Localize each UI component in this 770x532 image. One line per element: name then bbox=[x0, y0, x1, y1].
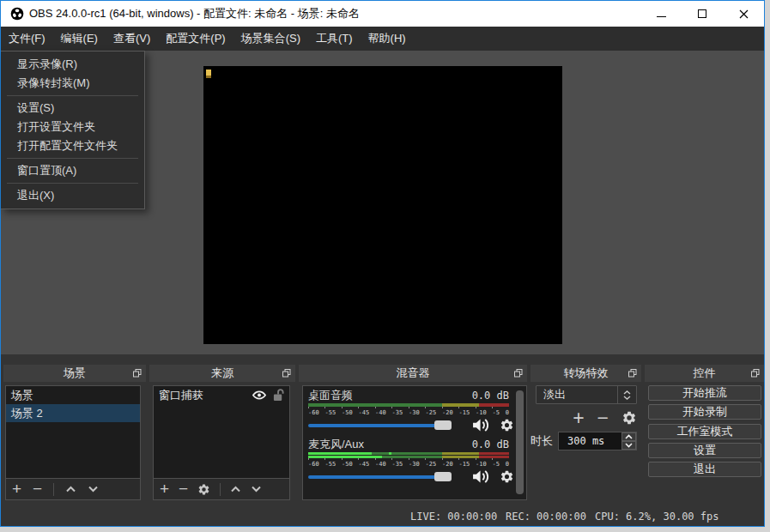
menu-file[interactable]: 文件(F) bbox=[1, 27, 53, 51]
combo-arrows bbox=[617, 386, 636, 403]
source-properties-gear-button[interactable] bbox=[197, 483, 210, 496]
transitions-dock-header: 转场特效 bbox=[531, 365, 641, 382]
duration-value: 300 ms bbox=[567, 432, 604, 450]
volume-slider-handle[interactable] bbox=[434, 420, 452, 430]
channel-level-db: 0.0 dB bbox=[472, 438, 509, 450]
start-recording-button[interactable]: 开始录制 bbox=[648, 404, 761, 420]
transition-duration-row: 时长 300 ms bbox=[531, 432, 637, 450]
channel-settings-gear-button[interactable] bbox=[500, 418, 514, 432]
sources-panel: 窗口捕获 + − bbox=[153, 385, 290, 500]
exit-button[interactable]: 退出 bbox=[648, 462, 761, 477]
status-rec-time: REC: 00:00:00 bbox=[506, 511, 586, 523]
mixer-channel-mic-aux: 麦克风/Aux 0.0 dB -60-55-50-45-40-35-30-25-… bbox=[308, 438, 521, 484]
menu-separator bbox=[7, 183, 138, 184]
undock-icon[interactable] bbox=[133, 369, 142, 378]
menubar: 文件(F) 编辑(E) 查看(V) 配置文件(P) 场景集合(S) 工具(T) … bbox=[1, 27, 764, 51]
channel-settings-gear-button[interactable] bbox=[500, 469, 514, 484]
menu-item-show-settings-folder[interactable]: 打开设置文件夹 bbox=[1, 118, 144, 136]
menu-scene-collection[interactable]: 场景集合(S) bbox=[233, 27, 308, 51]
window-title: OBS 24.0.0-rc1 (64-bit, windows) - 配置文件:… bbox=[29, 1, 360, 27]
chevron-up-icon bbox=[625, 434, 633, 439]
sources-list: 窗口捕获 bbox=[154, 386, 289, 478]
scene-list-item[interactable]: 场景 2 bbox=[6, 404, 140, 422]
add-scene-button[interactable]: + bbox=[12, 480, 21, 499]
add-transition-button[interactable]: + bbox=[573, 409, 584, 426]
channel-level-db: 0.0 dB bbox=[472, 390, 509, 402]
menu-help[interactable]: 帮助(H) bbox=[361, 27, 414, 51]
menu-item-always-on-top[interactable]: 窗口置顶(A) bbox=[1, 161, 144, 180]
undock-icon[interactable] bbox=[282, 369, 291, 378]
video-preview-canvas[interactable] bbox=[203, 66, 562, 344]
source-list-item[interactable]: 窗口捕获 bbox=[154, 386, 289, 404]
obs-main-window: OBS 24.0.0-rc1 (64-bit, windows) - 配置文件:… bbox=[0, 0, 765, 527]
duration-spinbox[interactable]: 300 ms bbox=[558, 432, 637, 450]
volume-slider[interactable] bbox=[308, 471, 464, 482]
menu-view[interactable]: 查看(V) bbox=[106, 27, 158, 51]
duration-label: 时长 bbox=[531, 433, 553, 449]
start-streaming-button[interactable]: 开始推流 bbox=[648, 385, 761, 401]
transition-selected-value: 淡出 bbox=[537, 387, 617, 402]
toolbar-separator bbox=[220, 483, 221, 496]
menu-profile[interactable]: 配置文件(P) bbox=[158, 27, 233, 51]
source-visibility-eye-icon[interactable] bbox=[252, 390, 267, 400]
source-unlocked-icon[interactable] bbox=[273, 389, 284, 402]
scenes-toolbar: + − bbox=[6, 478, 140, 499]
scenes-dock-title: 场景 bbox=[64, 366, 86, 381]
remove-source-button[interactable]: − bbox=[179, 480, 188, 499]
transition-select[interactable]: 淡出 bbox=[536, 385, 637, 404]
maximize-button[interactable] bbox=[682, 1, 723, 27]
mute-speaker-button[interactable] bbox=[471, 418, 491, 432]
scenes-dock-header: 场景 bbox=[3, 365, 146, 382]
mixer-dock-header: 混音器 bbox=[299, 365, 527, 382]
duration-increase-button[interactable] bbox=[621, 432, 636, 441]
menu-item-exit[interactable]: 退出(X) bbox=[1, 186, 144, 205]
menu-separator bbox=[7, 158, 138, 159]
menu-item-settings[interactable]: 设置(S) bbox=[1, 99, 144, 118]
channel-name: 麦克风/Aux bbox=[308, 437, 364, 452]
status-cpu-fps: CPU: 6.2%, 30.00 fps bbox=[595, 511, 719, 523]
minimize-button[interactable] bbox=[640, 1, 682, 27]
close-button[interactable] bbox=[723, 1, 764, 27]
duration-decrease-button[interactable] bbox=[621, 441, 636, 450]
move-scene-up-button[interactable] bbox=[65, 486, 76, 493]
remove-scene-button[interactable]: − bbox=[33, 480, 42, 499]
channel-name: 桌面音频 bbox=[308, 388, 353, 403]
menu-edit[interactable]: 编辑(E) bbox=[53, 27, 106, 51]
move-source-down-button[interactable] bbox=[251, 486, 262, 493]
move-scene-down-button[interactable] bbox=[88, 486, 99, 493]
remove-transition-button[interactable]: − bbox=[597, 409, 609, 426]
settings-button[interactable]: 设置 bbox=[648, 443, 761, 458]
move-source-up-button[interactable] bbox=[230, 486, 241, 493]
mixer-dock-title: 混音器 bbox=[397, 366, 430, 381]
capture-content-artifact bbox=[206, 70, 211, 78]
scenes-list: 场景 场景 2 bbox=[6, 386, 140, 478]
studio-mode-button[interactable]: 工作室模式 bbox=[648, 424, 761, 439]
undock-icon[interactable] bbox=[751, 369, 760, 378]
volume-meter bbox=[308, 452, 509, 455]
file-menu-dropdown: 显示录像(R) 录像转封装(M) 设置(S) 打开设置文件夹 打开配置文件文件夹… bbox=[1, 51, 145, 209]
sources-toolbar: + − bbox=[154, 478, 289, 499]
add-source-button[interactable]: + bbox=[160, 480, 169, 499]
scene-name: 场景 bbox=[11, 386, 135, 404]
menu-item-remux-recordings[interactable]: 录像转封装(M) bbox=[1, 74, 144, 93]
scene-name: 场景 2 bbox=[11, 404, 135, 422]
transitions-dock-title: 转场特效 bbox=[564, 366, 609, 381]
mixer-scrollbar[interactable] bbox=[516, 390, 524, 494]
volume-slider-handle[interactable] bbox=[434, 472, 452, 481]
status-live-time: LIVE: 00:00:00 bbox=[410, 511, 497, 523]
dock-area: 场景 来源 混音器 转场特效 控件 场景 场景 2 + − bbox=[1, 354, 764, 526]
mute-speaker-button[interactable] bbox=[471, 469, 491, 484]
undock-icon[interactable] bbox=[628, 369, 637, 378]
chevron-down-icon bbox=[625, 443, 633, 448]
menu-tools[interactable]: 工具(T) bbox=[308, 27, 361, 51]
scene-list-item[interactable]: 场景 bbox=[6, 386, 140, 404]
transition-properties-gear-button[interactable] bbox=[621, 410, 637, 426]
mixer-channel-desktop-audio: 桌面音频 0.0 dB -60-55-50-45-40-35-30-25-20-… bbox=[308, 390, 521, 432]
scenes-panel: 场景 场景 2 + − bbox=[5, 385, 141, 500]
volume-slider[interactable] bbox=[308, 420, 464, 431]
undock-icon[interactable] bbox=[514, 369, 523, 378]
source-name: 窗口捕获 bbox=[159, 386, 252, 404]
menu-item-show-profile-folder[interactable]: 打开配置文件文件夹 bbox=[1, 136, 144, 155]
transitions-toolbar: + − bbox=[536, 408, 637, 427]
menu-item-show-recordings[interactable]: 显示录像(R) bbox=[1, 55, 144, 74]
